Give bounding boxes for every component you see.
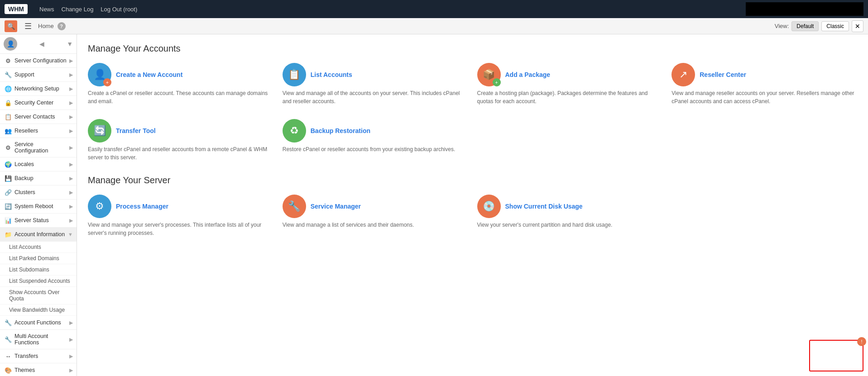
card-create-account: 👤 + Create a New Account Create a cPanel… xyxy=(88,63,273,105)
sidebar-item-server-configuration[interactable]: ⚙ Server Configuration ▶ xyxy=(0,54,77,68)
card-header: ♻ Backup Restoration xyxy=(283,119,468,143)
plus-badge: + xyxy=(103,78,111,86)
reseller-center-link[interactable]: Reseller Center xyxy=(700,71,746,78)
subitem-view-bandwidth-usage[interactable]: View Bandwidth Usage xyxy=(0,305,77,316)
reboot-icon: 🔄 xyxy=(5,203,12,210)
card-service-manager: 🔧 Service Manager View and manage a list… xyxy=(283,195,468,237)
view-close-button[interactable]: ✕ xyxy=(852,20,863,32)
subitem-list-accounts[interactable]: List Accounts xyxy=(0,242,77,253)
arrow-icon: ▶ xyxy=(69,190,73,195)
section2-title: Manage Your Server xyxy=(88,175,857,186)
sidebar-item-system-reboot[interactable]: 🔄 System Reboot ▶ xyxy=(0,200,77,214)
arrow-icon: ▶ xyxy=(69,367,73,373)
service-manager-desc: View and manage a list of services and t… xyxy=(283,221,468,229)
card-header: 🔄 Transfer Tool xyxy=(88,119,273,143)
topbar-search-area[interactable] xyxy=(746,2,863,16)
notification-widget[interactable]: ! xyxy=(809,340,863,371)
add-package-link[interactable]: Add a Package xyxy=(505,71,551,78)
view-classic-button[interactable]: Classic xyxy=(821,21,849,31)
sidebar-item-server-status[interactable]: 📊 Server Status ▶ xyxy=(0,214,77,228)
resellers-icon: 👥 xyxy=(5,127,12,134)
main-layout: 👤 ◀ ▼ ⚙ Server Configuration ▶ 🔧 Support… xyxy=(0,34,868,376)
sidebar-item-account-information[interactable]: 📁 Account Information ▼ xyxy=(0,228,77,242)
create-account-link[interactable]: Create a New Account xyxy=(116,71,182,78)
subitem-list-suspended-accounts[interactable]: List Suspended Accounts xyxy=(0,276,77,287)
security-icon: 🔒 xyxy=(5,99,12,106)
sidebar-item-label: Server Configuration xyxy=(14,57,67,64)
contacts-icon: 📋 xyxy=(5,113,12,120)
card-header: 💿 Show Current Disk Usage xyxy=(477,195,663,218)
nav-changelog[interactable]: Change Log xyxy=(62,6,94,13)
menu-button[interactable]: ☰ xyxy=(24,21,32,31)
arrow-icon: ▶ xyxy=(69,218,73,224)
account-info-icon: 📁 xyxy=(5,231,12,238)
create-account-icon: 👤 + xyxy=(88,63,111,86)
locales-icon: 🌍 xyxy=(5,161,12,168)
sidebar-item-label: Locales xyxy=(14,161,34,167)
backup-restoration-link[interactable]: Backup Restoration xyxy=(311,127,370,134)
create-account-desc: Create a cPanel or reseller account. The… xyxy=(88,89,273,105)
accounts-card-grid-2: 🔄 Transfer Tool Easily transfer cPanel a… xyxy=(88,119,857,162)
list-accounts-link[interactable]: List Accounts xyxy=(311,71,352,78)
sidebar-item-service-configuration[interactable]: ⚙ Service Configuration ▶ xyxy=(0,138,77,157)
sidebar-chevron-down[interactable]: ▼ xyxy=(67,40,73,48)
sidebar: 👤 ◀ ▼ ⚙ Server Configuration ▶ 🔧 Support… xyxy=(0,34,77,376)
sidebar-item-account-functions[interactable]: 🔧 Account Functions ▶ xyxy=(0,316,77,330)
support-icon: 🔧 xyxy=(5,71,12,78)
sidebar-item-backup[interactable]: 💾 Backup ▶ xyxy=(0,171,77,186)
subitem-show-accounts-over-quota[interactable]: Show Accounts Over Quota xyxy=(0,287,77,305)
sidebar-item-transfers[interactable]: ↔ Transfers ▶ xyxy=(0,349,77,363)
nav-news[interactable]: News xyxy=(39,6,54,13)
server-status-icon: 📊 xyxy=(5,217,12,224)
placeholder-4 xyxy=(671,119,857,162)
card-list-accounts: 📋 List Accounts View and manage all of t… xyxy=(283,63,468,105)
subitem-list-subdomains[interactable]: List Subdomains xyxy=(0,264,77,276)
sidebar-item-label: Resellers xyxy=(14,128,38,134)
help-icon[interactable]: ? xyxy=(58,22,66,30)
service-config-icon: ⚙ xyxy=(5,144,12,151)
add-package-icon: 📦 + xyxy=(477,63,501,86)
sidebar-item-support[interactable]: 🔧 Support ▶ xyxy=(0,68,77,82)
section1-title: Manage Your Accounts xyxy=(88,43,857,54)
sidebar-item-networking-setup[interactable]: 🌐 Networking Setup ▶ xyxy=(0,82,77,96)
card-header: 📦 + Add a Package xyxy=(477,63,663,86)
transfer-tool-icon: 🔄 xyxy=(88,119,111,143)
sidebar-item-label: Themes xyxy=(14,367,35,373)
disk-usage-link[interactable]: Show Current Disk Usage xyxy=(505,203,583,210)
list-accounts-icon: 📋 xyxy=(283,63,306,86)
card-header: ↗ Reseller Center xyxy=(671,63,857,86)
card-transfer-tool: 🔄 Transfer Tool Easily transfer cPanel a… xyxy=(88,119,273,162)
service-manager-link[interactable]: Service Manager xyxy=(311,203,361,210)
sidebar-item-server-contacts[interactable]: 📋 Server Contacts ▶ xyxy=(0,110,77,124)
card-header: 👤 + Create a New Account xyxy=(88,63,273,86)
reseller-center-icon: ↗ xyxy=(671,63,695,86)
view-controls: View: Default Classic ✕ xyxy=(775,20,863,32)
nav-logout[interactable]: Log Out (root) xyxy=(101,6,137,13)
sidebar-item-label: Server Contacts xyxy=(14,114,55,120)
process-manager-link[interactable]: Process Manager xyxy=(116,203,168,210)
sidebar-item-security-center[interactable]: 🔒 Security Center ▶ xyxy=(0,96,77,110)
process-manager-desc: View and manage your server's processes.… xyxy=(88,221,273,237)
sidebar-item-multi-account-functions[interactable]: 🔧 Multi Account Functions ▶ xyxy=(0,330,77,349)
sidebar-item-locales[interactable]: 🌍 Locales ▶ xyxy=(0,157,77,171)
sidebar-item-resellers[interactable]: 👥 Resellers ▶ xyxy=(0,124,77,138)
view-default-button[interactable]: Default xyxy=(791,21,819,31)
sidebar-chevron-left[interactable]: ◀ xyxy=(39,40,44,48)
placeholder-3 xyxy=(477,119,663,162)
card-backup-restoration: ♻ Backup Restoration Restore cPanel or r… xyxy=(283,119,468,162)
sidebar-item-clusters[interactable]: 🔗 Clusters ▶ xyxy=(0,186,77,200)
avatar: 👤 xyxy=(4,37,17,51)
search-button[interactable]: 🔍 xyxy=(5,20,17,32)
disk-usage-icon: 💿 xyxy=(477,195,501,218)
arrow-icon: ▼ xyxy=(68,232,73,237)
sidebar-user-area: 👤 ◀ ▼ xyxy=(0,34,77,54)
arrow-icon: ▶ xyxy=(69,128,73,134)
subnav: 🔍 ☰ Home ? View: Default Classic ✕ xyxy=(0,18,868,34)
arrow-icon: ▶ xyxy=(69,145,73,151)
transfer-tool-link[interactable]: Transfer Tool xyxy=(116,127,156,134)
card-add-package: 📦 + Add a Package Create a hosting plan … xyxy=(477,63,663,105)
sidebar-item-label: Server Status xyxy=(14,217,49,224)
sidebar-item-themes[interactable]: 🎨 Themes ▶ xyxy=(0,363,77,376)
subitem-list-parked-domains[interactable]: List Parked Domains xyxy=(0,253,77,264)
arrow-icon: ▶ xyxy=(69,320,73,326)
